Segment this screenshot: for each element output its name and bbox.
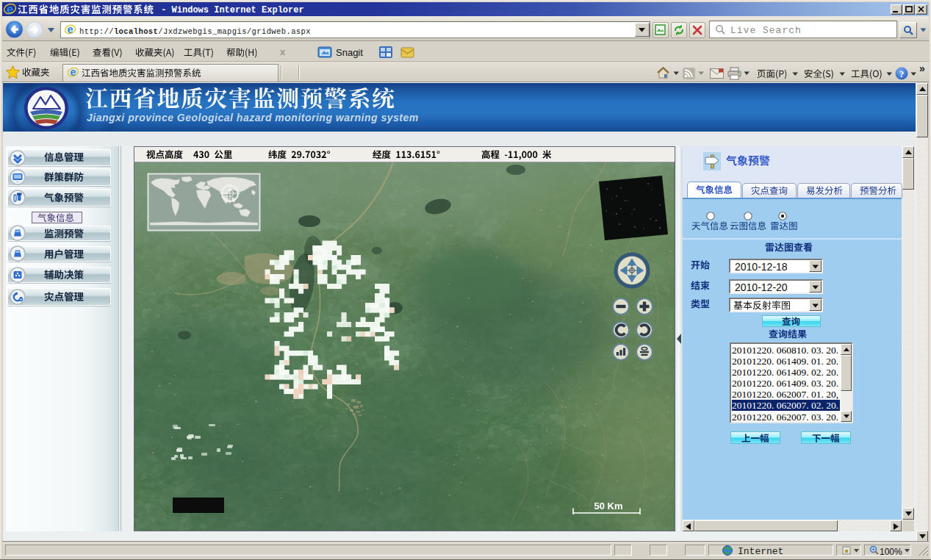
svg-text:50 Km: 50 Km	[594, 500, 622, 511]
svg-text:?: ?	[899, 68, 905, 79]
